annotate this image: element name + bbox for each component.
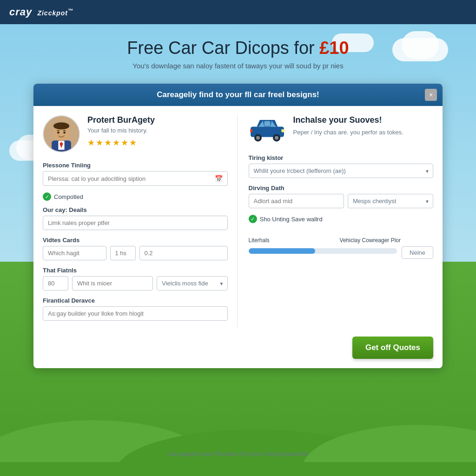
- fianls-placeholder-input[interactable]: [72, 276, 153, 291]
- get-quotes-button[interactable]: Get off Quotes: [352, 337, 433, 359]
- check-icon: ✓: [43, 192, 51, 201]
- completed-text: Compotled: [54, 193, 83, 200]
- fianls-row: Vielclis moss fide: [43, 276, 228, 291]
- driving-label: Dirving Dath: [249, 185, 434, 192]
- progress-bar-area: Neine: [249, 246, 434, 259]
- svg-rect-13: [264, 121, 270, 126]
- agent-info: Protert BurAgety Your fall to mis histor…: [87, 115, 155, 148]
- progress-row: Literhals Vehiclay Cowreager Plor Neine: [249, 237, 434, 259]
- page-title-area: Free Car Car Dicops for £10 You's downla…: [0, 24, 476, 79]
- tiring-select[interactable]: Whllit youre lrcbect (llefferom (ae)): [249, 164, 434, 178]
- agent-name: Protert BurAgety: [87, 115, 155, 125]
- save-check-icon: ✓: [249, 215, 257, 223]
- driving-date-row: Mesps chentiyst: [249, 194, 434, 208]
- vidtes-group: Vidtes Cards: [43, 237, 228, 260]
- car-section: Inchalse your Suoves! Peper / lriy chas …: [249, 115, 434, 145]
- svg-rect-18: [281, 129, 284, 132]
- phone-group: Plessone Tiniing 📅: [43, 162, 228, 186]
- financial-group: Firantical Deravce: [43, 297, 228, 321]
- svg-point-10: [57, 132, 60, 134]
- fianls-select-wrap: Vielclis moss fide: [157, 276, 227, 291]
- bottom-disclaimer: Use palpath ieson Plorniates Finj boul: …: [0, 442, 476, 467]
- fianls-group: That Fiatnls Vielclis moss fide: [43, 267, 228, 291]
- modal-body: Protert BurAgety Your fall to mis histor…: [33, 106, 443, 337]
- progress-label-left: Literhals: [249, 237, 270, 244]
- agent-avatar: [43, 115, 80, 152]
- driving-select-wrap: Mesps chentiyst: [348, 194, 433, 208]
- header-logo: cray Zicckpot™: [9, 6, 74, 18]
- progress-bar-fill: [249, 248, 316, 254]
- car-title: Inchalse your Suoves!: [293, 115, 403, 125]
- save-group: ✓ Sho Unting Save wallrd: [249, 215, 434, 223]
- vidtes-input3[interactable]: [139, 246, 228, 260]
- svg-point-11: [63, 132, 66, 134]
- car-details-group: Our cay: Deails: [43, 206, 228, 230]
- svg-point-17: [256, 136, 260, 139]
- car-info: Inchalse your Suoves! Peper / lriy chas …: [293, 115, 403, 137]
- fianls-val-input[interactable]: [43, 276, 68, 291]
- svg-rect-19: [250, 129, 252, 132]
- sub-brand: Zicckpot™: [37, 9, 73, 17]
- modal-header: Careageliy find to your fll car freel be…: [33, 84, 443, 106]
- car-details-input[interactable]: [43, 216, 228, 230]
- none-button[interactable]: Neine: [402, 246, 433, 259]
- modal: Careageliy find to your fll car freel be…: [33, 84, 443, 368]
- tiring-select-wrap: Whllit youre lrcbect (llefferom (ae)): [249, 164, 434, 178]
- financial-input[interactable]: [43, 306, 228, 321]
- progress-section: Literhals Vehiclay Cowreager Plor Neine: [249, 237, 434, 259]
- progress-labels: Literhals Vehiclay Cowreager Plor: [249, 237, 434, 244]
- progress-bar-wrap: [249, 248, 397, 254]
- vidtes-label: Vidtes Cards: [43, 237, 228, 244]
- agent-desc: Your fall to mis history.: [87, 127, 155, 134]
- right-panel: Inchalse your Suoves! Peper / lriy chas …: [247, 115, 434, 327]
- tiring-group: Tiring kistor Whllit youre lrcbect (llef…: [249, 154, 434, 178]
- phone-label: Plessone Tiniing: [43, 162, 228, 169]
- financial-label: Firantical Deravce: [43, 297, 228, 304]
- modal-footer: Get off Quotes: [33, 337, 443, 368]
- phone-input[interactable]: [48, 175, 215, 182]
- progress-label-right: Vehiclay Cowreager Plor: [340, 237, 401, 244]
- vidtes-row: [43, 246, 228, 260]
- calendar-icon: 📅: [215, 175, 223, 182]
- driving-date-input1[interactable]: [249, 194, 344, 208]
- fianls-select[interactable]: Vielclis moss fide: [157, 276, 227, 291]
- svg-point-15: [275, 136, 278, 139]
- phone-input-wrap: 📅: [43, 171, 228, 186]
- agent-section: Protert BurAgety Your fall to mis histor…: [43, 115, 228, 152]
- svg-point-9: [53, 122, 69, 129]
- page-subtitle: You's downlage san naloy fastent of tawa…: [0, 62, 476, 70]
- modal-overlay: Careageliy find to your fll car freel be…: [0, 79, 476, 368]
- modal-title: Careageliy find to your fll car freel be…: [157, 90, 319, 99]
- vidtes-input2[interactable]: [110, 246, 136, 260]
- left-panel: Protert BurAgety Your fall to mis histor…: [43, 115, 238, 327]
- save-text: Sho Unting Save wallrd: [260, 216, 323, 223]
- car-icon-wrap: [249, 115, 286, 145]
- vidtes-input1[interactable]: [43, 246, 106, 260]
- car-desc: Peper / lriy chas are. you perfor as tok…: [293, 128, 403, 137]
- brand-name: cray: [9, 6, 32, 18]
- avatar-svg: [44, 115, 79, 152]
- fianls-label: That Fiatnls: [43, 267, 228, 274]
- driving-select[interactable]: Mesps chentiyst: [348, 194, 433, 208]
- car-icon: [249, 115, 286, 143]
- header: cray Zicckpot™: [0, 0, 476, 24]
- driving-date-group: Dirving Dath Mesps chentiyst: [249, 185, 434, 208]
- completed-badge: ✓ Compotled: [43, 192, 228, 201]
- car-details-label: Our cay: Deails: [43, 206, 228, 213]
- page-title: Free Car Car Dicops for £10: [0, 38, 476, 58]
- agent-stars: ★★★★★★: [87, 138, 155, 148]
- tiring-label: Tiring kistor: [249, 154, 434, 161]
- modal-close-button[interactable]: ×: [425, 89, 437, 101]
